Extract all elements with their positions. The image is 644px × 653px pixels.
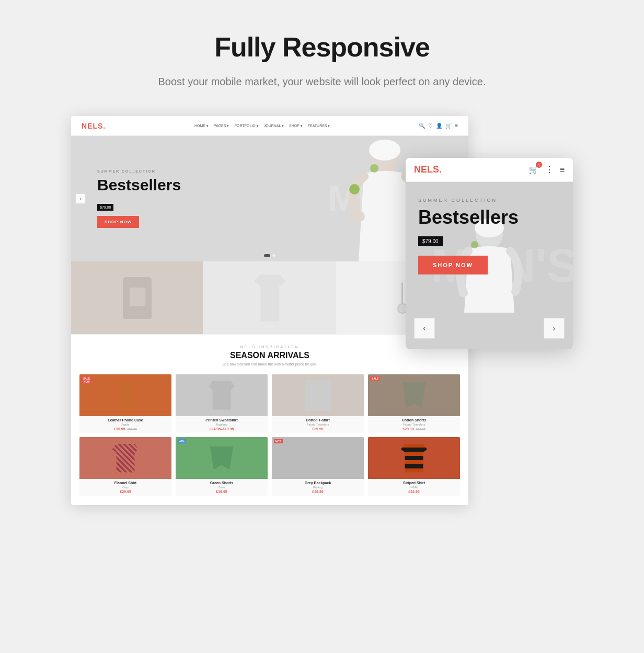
- product-image-2: [176, 374, 268, 416]
- product-price-4: £29.00 £39.95: [370, 427, 458, 431]
- product-info-2: Printed Sweatshirt Topshop £24.95–£19.95: [176, 416, 268, 433]
- svg-point-1: [369, 140, 400, 161]
- product-card-4[interactable]: SALE Cotton Shorts Fabric Travelers £29.…: [368, 374, 460, 433]
- category-shirts[interactable]: [203, 261, 336, 334]
- page-subtitle: Boost your mobile market, your website w…: [158, 73, 486, 90]
- mobile-next-button[interactable]: ›: [544, 318, 565, 339]
- product-price-1: £39.95 £59.95: [82, 427, 169, 431]
- nav-home[interactable]: HOME ▾: [194, 124, 209, 128]
- nav-shop[interactable]: SHOP ▾: [289, 124, 303, 128]
- mobile-cart[interactable]: 🛒 5: [528, 165, 539, 175]
- season-desc: See how passion can make the web a bette…: [79, 362, 460, 366]
- product-name-2: Printed Sweatshirt: [178, 418, 266, 422]
- page-title: Fully Responsive: [158, 31, 486, 63]
- product-info-3: Dotted T-shirt Fabric Travelers £39.99: [272, 416, 364, 433]
- account-icon[interactable]: 👤: [436, 123, 442, 129]
- product-card-2[interactable]: Printed Sweatshirt Topshop £24.95–£19.95: [176, 374, 268, 433]
- product-card-3[interactable]: Dotted T-shirt Fabric Travelers £39.99: [272, 374, 364, 433]
- mobile-shop-now-button[interactable]: SHOP NOW: [418, 256, 488, 274]
- product-brand-1: Apple: [82, 423, 169, 426]
- product-price-6: £19.95: [178, 490, 266, 494]
- dot-2[interactable]: [272, 254, 275, 257]
- nav-pages[interactable]: PAGES ▾: [214, 124, 229, 128]
- product-image-1: [79, 374, 171, 416]
- product-brand-2: Topshop: [178, 423, 266, 426]
- product-badge-sale-1: SALENEW: [82, 376, 91, 384]
- mobile-brand: NELS.: [414, 164, 442, 175]
- hero-dots: [264, 254, 275, 257]
- product-brand-7: Kipling: [274, 486, 362, 489]
- desktop-nav-icons: 🔍 ♡ 👤 🛒 ≡: [419, 123, 458, 129]
- mobile-more-icon[interactable]: ⋮: [545, 165, 554, 175]
- product-card-7[interactable]: HOT Grey Backpack Kipling £49.95: [272, 437, 364, 496]
- svg-point-2: [354, 211, 365, 222]
- product-price-7: £49.95: [274, 490, 362, 494]
- products-row-1: SALENEW Leather Phone Case Apple £39.95 …: [79, 374, 460, 433]
- mockups-container: NELS. HOME ▾ PAGES ▾ PORTFOLIO ▾ JOURNAL…: [71, 116, 573, 505]
- header-section: Fully Responsive Boost your mobile marke…: [158, 31, 486, 90]
- nav-features[interactable]: FEATURES ▾: [308, 124, 330, 128]
- hero-prev-button[interactable]: ‹: [75, 193, 86, 204]
- product-info-8: Striped Shirt H&M £24.95: [368, 479, 460, 496]
- product-brand-4: Fabric Travelers: [370, 423, 458, 426]
- season-title: SEASON ARRIVALS: [79, 351, 460, 360]
- cart-count: 5: [536, 162, 542, 168]
- product-price-8: £24.95: [370, 490, 458, 494]
- hero-tag: SUMMER COLLECTION: [97, 169, 181, 173]
- season-label: NELS INSPIRATION: [79, 345, 460, 349]
- product-card-5[interactable]: Flannel Shirt Gap £29.95: [79, 437, 171, 496]
- backpack-visual: [123, 277, 152, 319]
- desktop-nav-links: HOME ▾ PAGES ▾ PORTFOLIO ▾ JOURNAL ▾ SHO…: [194, 124, 330, 128]
- mobile-hero-arrows: ‹ ›: [406, 318, 573, 339]
- mobile-hero-title: Bestsellers: [418, 207, 560, 228]
- mobile-hero-cta: $79.00 SHOP NOW: [418, 236, 560, 274]
- nav-portfolio[interactable]: PORTFOLIO ▾: [234, 124, 258, 128]
- mobile-menu-icon[interactable]: ≡: [560, 165, 565, 175]
- product-info-7: Grey Backpack Kipling £49.95: [272, 479, 364, 496]
- product-image-6: [176, 437, 268, 479]
- wishlist-icon[interactable]: ♡: [428, 123, 433, 129]
- product-price-2: £24.95–£19.95: [178, 427, 266, 431]
- category-bags[interactable]: [71, 261, 203, 334]
- nav-journal[interactable]: JOURNAL ▾: [264, 124, 284, 128]
- product-image-3: [272, 374, 364, 416]
- menu-icon[interactable]: ≡: [455, 123, 458, 129]
- mobile-hero: MEN'S SUMMER COLLECTION Bestsellers $79.…: [406, 182, 573, 349]
- hero-title: Bestsellers: [97, 176, 181, 194]
- product-card-8[interactable]: Striped Shirt H&M £24.95: [368, 437, 460, 496]
- shorts-visual: [401, 382, 427, 408]
- product-name-7: Grey Backpack: [274, 481, 362, 485]
- product-info-6: Green Shorts Zara £19.95: [176, 479, 268, 496]
- product-info-4: Cotton Shorts Fabric Travelers £29.00 £3…: [368, 416, 460, 433]
- svg-point-4: [370, 164, 378, 173]
- mobile-hero-content: SUMMER COLLECTION Bestsellers $79.00 SHO…: [406, 182, 573, 274]
- product-badge-40: 40%: [178, 439, 186, 443]
- dot-1[interactable]: [264, 254, 270, 257]
- desktop-nav: NELS. HOME ▾ PAGES ▾ PORTFOLIO ▾ JOURNAL…: [71, 116, 468, 136]
- product-card-1[interactable]: SALENEW Leather Phone Case Apple £39.95 …: [79, 374, 171, 433]
- season-section: NELS INSPIRATION SEASON ARRIVALS See how…: [71, 335, 468, 505]
- hero-content: SUMMER COLLECTION Bestsellers $79.00 SHO…: [71, 169, 207, 228]
- product-info-1: Leather Phone Case Apple £39.95 £59.95: [79, 416, 171, 433]
- product-name-5: Flannel Shirt: [82, 481, 169, 485]
- products-row-2: Flannel Shirt Gap £29.95 40% Green Short…: [79, 437, 460, 496]
- shirt-visual: [254, 274, 285, 322]
- search-icon[interactable]: 🔍: [419, 123, 425, 129]
- product-badge-sale-4: SALE: [370, 376, 380, 381]
- desktop-shop-now-button[interactable]: SHOP NOW: [97, 216, 139, 228]
- product-name-4: Cotton Shorts: [370, 418, 458, 422]
- product-brand-3: Fabric Travelers: [274, 423, 362, 426]
- mobile-nav-right: 🛒 5 ⋮ ≡: [528, 165, 565, 175]
- phone-case-visual: [118, 381, 133, 410]
- mobile-price: $79.00: [418, 236, 443, 246]
- svg-point-7: [458, 288, 468, 297]
- cart-icon[interactable]: 🛒: [445, 123, 452, 129]
- flannel-visual: [112, 444, 139, 473]
- product-card-6[interactable]: 40% Green Shorts Zara £19.95: [176, 437, 268, 496]
- striped-shirt-visual: [401, 444, 427, 473]
- hoodie-visual: [305, 380, 331, 411]
- desktop-brand: NELS.: [82, 122, 106, 130]
- green-shorts-visual: [209, 446, 235, 470]
- mobile-prev-button[interactable]: ‹: [414, 318, 435, 339]
- product-brand-5: Gap: [82, 486, 169, 489]
